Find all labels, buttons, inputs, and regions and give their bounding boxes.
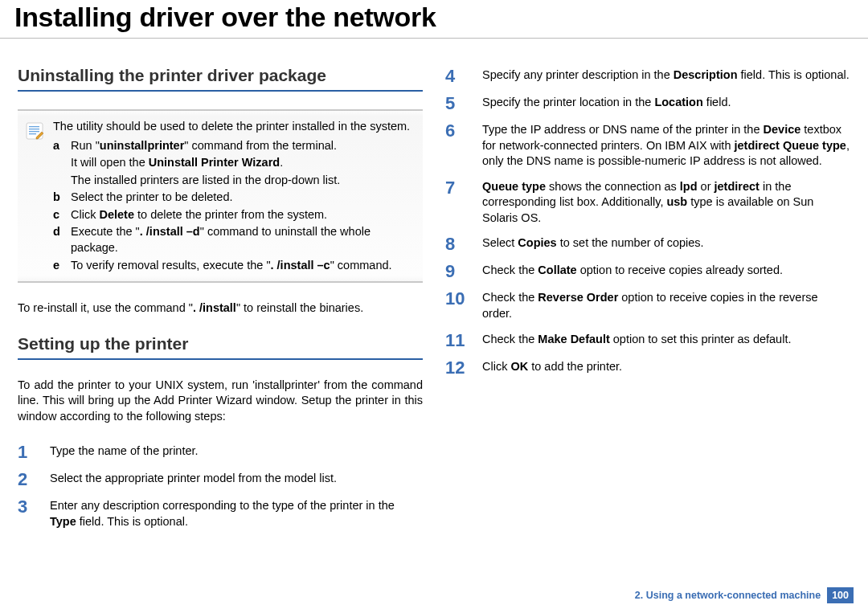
numbered-steps-left: 1Type the name of the printer.2Select th… (18, 442, 423, 529)
svg-rect-4 (29, 133, 36, 134)
sublist-text: Run "uninstallprinter" command from the … (71, 138, 416, 154)
sublist-letter: c (53, 207, 64, 223)
note-body: The utility should be used to delete the… (53, 119, 416, 273)
step-item: 4Specify any printer description in the … (445, 66, 850, 85)
step-number: 12 (445, 358, 473, 377)
footer-page-number: 100 (827, 587, 854, 603)
sublist-item: eTo verify removal results, execute the … (53, 258, 416, 274)
step-number: 3 (18, 497, 40, 529)
sublist-text: Select the printer to be deleted. (71, 190, 416, 206)
page-title: Installing driver over the network (0, 0, 868, 39)
step-item: 2Select the appropriate printer model fr… (18, 469, 423, 488)
step-item: 12Click OK to add the printer. (445, 358, 850, 377)
step-description: Enter any description corresponding to t… (50, 497, 423, 529)
sublist-indent-line: The installed printers are listed in the… (71, 173, 416, 189)
step-description: Type the name of the printer. (50, 442, 423, 461)
step-number: 8 (445, 234, 473, 253)
step-description: Click OK to add the printer. (482, 358, 850, 377)
step-number: 5 (445, 93, 473, 112)
step-item: 11Check the Make Default option to set t… (445, 330, 850, 349)
step-description: Queue type shows the connection as lpd o… (482, 178, 850, 227)
step-description: Specify any printer description in the D… (482, 66, 850, 85)
step-item: 8Select Copies to set the number of copi… (445, 234, 850, 253)
step-number: 7 (445, 178, 473, 227)
step-item: 9Check the Collate option to receive cop… (445, 261, 850, 280)
sublist-letter: e (53, 258, 64, 274)
page-footer: 2. Using a network-connected machine 100 (635, 587, 854, 603)
heading-setup: Setting up the printer (18, 334, 423, 360)
step-description: Check the Reverse Order option to receiv… (482, 288, 850, 321)
step-number: 2 (18, 469, 40, 488)
lettered-sublist: aRun "uninstallprinter" command from the… (53, 138, 416, 274)
step-item: 3Enter any description corresponding to … (18, 497, 423, 529)
step-item: 6Type the IP address or DNS name of the … (445, 121, 850, 170)
sublist-item: cClick Delete to delete the printer from… (53, 207, 416, 223)
step-number: 10 (445, 288, 473, 321)
left-column: Uninstalling the printer driver package … (18, 66, 423, 537)
sublist-indent-line: It will open the Uninstall Printer Wizar… (71, 155, 416, 171)
svg-rect-1 (29, 126, 39, 127)
svg-rect-3 (29, 131, 39, 132)
step-description: Select the appropriate printer model fro… (50, 469, 423, 488)
step-number: 11 (445, 330, 473, 349)
note-box: The utility should be used to delete the… (18, 109, 423, 283)
setup-intro: To add the printer to your UNIX system, … (18, 378, 423, 425)
sublist-item: bSelect the printer to be deleted. (53, 190, 416, 206)
svg-rect-2 (29, 129, 39, 129)
sublist-letter: d (53, 224, 64, 255)
right-column: 4Specify any printer description in the … (445, 66, 850, 537)
step-item: 1Type the name of the printer. (18, 442, 423, 461)
numbered-steps-right: 4Specify any printer description in the … (445, 66, 850, 377)
step-description: Check the Make Default option to set thi… (482, 330, 850, 349)
sublist-letter: b (53, 190, 64, 206)
sublist-item: dExecute the ". /install –d" command to … (53, 224, 416, 255)
step-item: 5Specify the printer location in the Loc… (445, 93, 850, 112)
sublist-text: Click Delete to delete the printer from … (71, 207, 416, 223)
heading-uninstalling: Uninstalling the printer driver package (18, 66, 423, 92)
step-description: Select Copies to set the number of copie… (482, 234, 850, 253)
sublist-item: aRun "uninstallprinter" command from the… (53, 138, 416, 154)
step-number: 6 (445, 121, 473, 170)
step-item: 7Queue type shows the connection as lpd … (445, 178, 850, 227)
content-columns: Uninstalling the printer driver package … (0, 39, 868, 537)
step-number: 4 (445, 66, 473, 85)
sublist-text: Execute the ". /install –d" command to u… (71, 224, 416, 255)
pencil-note-icon (24, 121, 45, 273)
sublist-letter: a (53, 138, 64, 154)
step-description: Specify the printer location in the Loca… (482, 93, 850, 112)
sublist-text: To verify removal results, execute the "… (71, 258, 416, 274)
step-description: Check the Collate option to receive copi… (482, 261, 850, 280)
step-number: 1 (18, 442, 40, 461)
step-number: 9 (445, 261, 473, 280)
footer-chapter: 2. Using a network-connected machine (635, 590, 821, 601)
step-description: Type the IP address or DNS name of the p… (482, 121, 850, 170)
step-item: 10Check the Reverse Order option to rece… (445, 288, 850, 321)
reinstall-text: To re-install it, use the command ". /in… (18, 300, 423, 317)
note-intro-text: The utility should be used to delete the… (53, 119, 416, 135)
